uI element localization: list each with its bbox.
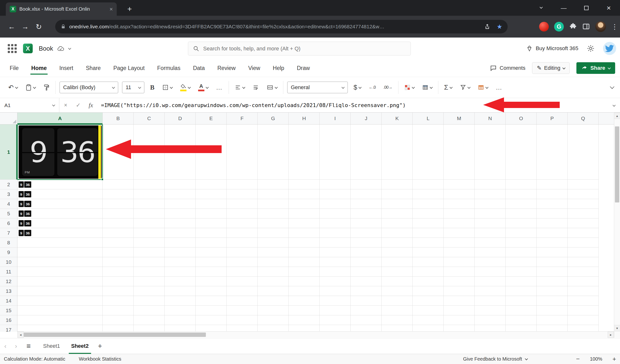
row-header-11[interactable]: 11	[0, 267, 17, 277]
cell-J13[interactable]	[351, 286, 382, 296]
give-feedback-button[interactable]: Give Feedback to Microsoft	[463, 356, 527, 362]
column-header-p[interactable]: P	[537, 113, 568, 124]
column-header-g[interactable]: G	[258, 113, 289, 124]
cell-E11[interactable]	[196, 267, 227, 276]
cell-C9[interactable]	[134, 247, 165, 257]
row-header-8[interactable]: 8	[0, 238, 17, 247]
cell-Q5[interactable]	[568, 209, 599, 218]
cell-F9[interactable]	[227, 247, 258, 257]
cell-O11[interactable]	[506, 267, 537, 276]
cell-H5[interactable]	[289, 209, 320, 218]
cell-G15[interactable]	[258, 306, 289, 315]
cell-I15[interactable]	[320, 306, 351, 315]
browser-profile-avatar[interactable]	[595, 21, 606, 32]
cell-O17[interactable]	[506, 325, 537, 331]
font-name-select[interactable]: Calibri (Body)	[60, 82, 118, 93]
address-bar[interactable]: onedrive.live.com/edit.aspx?action=editn…	[55, 20, 508, 33]
cell-K6[interactable]	[382, 218, 413, 228]
cell-H14[interactable]	[289, 296, 320, 305]
cell-B15[interactable]	[103, 306, 134, 315]
column-header-n[interactable]: N	[475, 113, 506, 124]
browser-sidebar-icon[interactable]	[582, 23, 590, 30]
cell-F15[interactable]	[227, 306, 258, 315]
window-maximize-button[interactable]	[575, 0, 597, 16]
row-header-13[interactable]: 13	[0, 286, 17, 296]
cell-B3[interactable]	[103, 189, 134, 199]
cell-K7[interactable]	[382, 228, 413, 238]
cell-F11[interactable]	[227, 267, 258, 276]
cell-C4[interactable]	[134, 199, 165, 209]
cell-J5[interactable]	[351, 209, 382, 218]
cell-D7[interactable]	[165, 228, 196, 238]
cell-D11[interactable]	[165, 267, 196, 276]
cell-D10[interactable]	[165, 257, 196, 267]
cell-J6[interactable]	[351, 218, 382, 228]
cell-E2[interactable]	[196, 180, 227, 189]
cell-A10[interactable]	[17, 257, 103, 267]
cell-G14[interactable]	[258, 296, 289, 305]
cell-K1[interactable]	[382, 124, 413, 180]
cell-P15[interactable]	[537, 306, 568, 315]
cell-K4[interactable]	[382, 199, 413, 209]
share-page-icon[interactable]	[484, 24, 490, 30]
cell-H1[interactable]	[289, 124, 320, 180]
extension-red-icon[interactable]	[539, 22, 549, 31]
cell-P7[interactable]	[537, 228, 568, 238]
wrap-text-button[interactable]	[251, 81, 261, 94]
cell-C6[interactable]	[134, 218, 165, 228]
workbook-name[interactable]: Book	[39, 45, 53, 52]
cell-J12[interactable]	[351, 277, 382, 286]
scroll-down-icon[interactable]: ▾	[614, 325, 620, 331]
cell-B11[interactable]	[103, 267, 134, 276]
cell-O13[interactable]	[506, 286, 537, 296]
cell-G17[interactable]	[258, 325, 289, 331]
row-header-14[interactable]: 14	[0, 296, 17, 306]
cell-I1[interactable]	[320, 124, 351, 180]
cell-J4[interactable]	[351, 199, 382, 209]
row-header-5[interactable]: 5	[0, 209, 17, 218]
cell-M2[interactable]	[444, 180, 475, 189]
cell-P13[interactable]	[537, 286, 568, 296]
cell-M14[interactable]	[444, 296, 475, 305]
window-minimize-button[interactable]: —	[552, 0, 575, 16]
cell-D2[interactable]	[165, 180, 196, 189]
cell-F6[interactable]	[227, 218, 258, 228]
cell-H9[interactable]	[289, 247, 320, 257]
cell-M4[interactable]	[444, 199, 475, 209]
cell-N6[interactable]	[475, 218, 506, 228]
cell-Q11[interactable]	[568, 267, 599, 276]
excel-logo-icon[interactable]: X	[23, 44, 33, 53]
menu-item-view[interactable]: View	[248, 59, 260, 77]
cell-O9[interactable]	[506, 247, 537, 257]
cell-H10[interactable]	[289, 257, 320, 267]
cell-H8[interactable]	[289, 238, 320, 247]
cell-L1[interactable]	[413, 124, 444, 180]
cell-E17[interactable]	[196, 325, 227, 331]
cell-E9[interactable]	[196, 247, 227, 257]
cell-L9[interactable]	[413, 247, 444, 257]
cell-M6[interactable]	[444, 218, 475, 228]
formula-input[interactable]: =IMAGE("https://i0.wp.com/gearupwindows.…	[101, 102, 406, 108]
cell-C14[interactable]	[134, 296, 165, 305]
cell-M12[interactable]	[444, 277, 475, 286]
column-header-f[interactable]: F	[227, 113, 258, 124]
cell-I8[interactable]	[320, 238, 351, 247]
cell-E15[interactable]	[196, 306, 227, 315]
cell-I5[interactable]	[320, 209, 351, 218]
cell-P2[interactable]	[537, 180, 568, 189]
cell-I6[interactable]	[320, 218, 351, 228]
cell-H11[interactable]	[289, 267, 320, 276]
autosum-button[interactable]: Σ	[442, 81, 454, 94]
cell-L6[interactable]	[413, 218, 444, 228]
cell-G4[interactable]	[258, 199, 289, 209]
cell-K17[interactable]	[382, 325, 413, 331]
cell-J7[interactable]	[351, 228, 382, 238]
cell-Q3[interactable]	[568, 189, 599, 199]
cell-H3[interactable]	[289, 189, 320, 199]
cell-M8[interactable]	[444, 238, 475, 247]
next-sheet-button[interactable]: ›	[11, 342, 21, 350]
cell-P6[interactable]	[537, 218, 568, 228]
cell-O4[interactable]	[506, 199, 537, 209]
cell-O14[interactable]	[506, 296, 537, 305]
cell-K8[interactable]	[382, 238, 413, 247]
